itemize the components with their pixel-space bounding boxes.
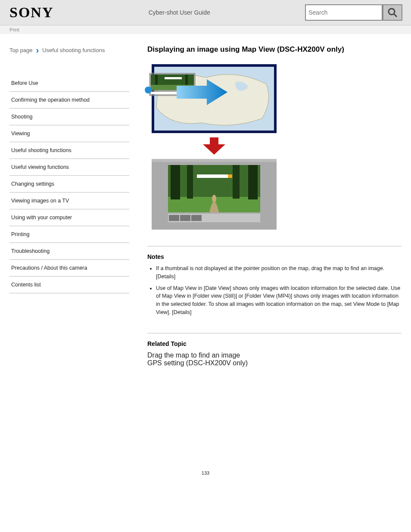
document-title: Cyber-shot User Guide bbox=[53, 9, 305, 16]
svg-rect-11 bbox=[187, 165, 193, 199]
breadcrumb-top[interactable]: Top page bbox=[9, 47, 33, 53]
sidebar-item-viewing[interactable]: Viewing bbox=[9, 125, 129, 142]
sidebar-item-changing-settings[interactable]: Changing settings bbox=[9, 176, 129, 193]
note-item: Use of Map View in [Date View] shows onl… bbox=[156, 284, 402, 317]
related-link-gps-setting[interactable]: GPS setting (DSC-HX200V only) bbox=[147, 359, 248, 367]
viewer-filmstrip bbox=[168, 214, 260, 222]
viewer-photo bbox=[168, 165, 260, 212]
pointer-dot-icon bbox=[145, 87, 152, 93]
svg-point-14 bbox=[212, 195, 216, 202]
sidebar-item-printing[interactable]: Printing bbox=[9, 226, 129, 243]
sidebar-item-computer[interactable]: Using with your computer bbox=[9, 209, 129, 226]
svg-rect-5 bbox=[155, 75, 158, 85]
breadcrumb: Top page › Useful shooting functions bbox=[9, 45, 129, 55]
related-section: Related Topic Drag the map to find an im… bbox=[147, 333, 402, 367]
illustration bbox=[152, 64, 277, 230]
chevron-right-icon: › bbox=[36, 45, 39, 55]
breadcrumb-section: Useful shooting functions bbox=[42, 47, 105, 53]
filmstrip-thumb bbox=[180, 215, 190, 221]
related-heading: Related Topic bbox=[147, 340, 402, 347]
filmstrip-thumb bbox=[191, 215, 202, 221]
sidebar-item-tv[interactable]: Viewing images on a TV bbox=[9, 193, 129, 209]
down-arrow-icon bbox=[203, 137, 225, 155]
sidebar: Top page › Useful shooting functions Bef… bbox=[9, 45, 129, 367]
svg-rect-12 bbox=[233, 165, 240, 199]
forest-image-icon bbox=[168, 165, 260, 212]
sidebar-item-contents[interactable]: Contents list bbox=[9, 277, 129, 293]
viewer-titlebar bbox=[152, 159, 277, 162]
search-button[interactable] bbox=[383, 4, 402, 21]
page-number: 133 bbox=[0, 470, 411, 486]
main-content: Displaying an image using Map View (DSC-… bbox=[147, 45, 402, 367]
svg-rect-10 bbox=[171, 165, 180, 199]
sidebar-item-operation-method[interactable]: Confirming the operation method bbox=[9, 92, 129, 109]
print-link[interactable]: Print bbox=[9, 27, 19, 32]
sidebar-item-useful-shooting[interactable]: Useful shooting functions bbox=[9, 142, 129, 159]
search-box bbox=[305, 4, 402, 21]
related-link-drag-map[interactable]: Drag the map to find an image bbox=[147, 352, 240, 359]
svg-line-1 bbox=[394, 14, 397, 17]
sidebar-item-precautions[interactable]: Precautions / About this camera bbox=[9, 260, 129, 277]
page-header: SONY Cyber-shot User Guide bbox=[0, 0, 411, 25]
svg-point-0 bbox=[389, 9, 395, 15]
sub-header: Print bbox=[0, 25, 411, 34]
sidebar-item-useful-viewing[interactable]: Useful viewing functions bbox=[9, 159, 129, 176]
viewer-search-bar bbox=[197, 174, 231, 178]
svg-rect-13 bbox=[248, 165, 258, 199]
notes-section: Notes If a thumbnail is not displayed at… bbox=[147, 246, 402, 317]
note-item: If a thumbnail is not displayed at the p… bbox=[156, 264, 402, 281]
page-title: Displaying an image using Map View (DSC-… bbox=[147, 45, 402, 54]
sidebar-item-before-use[interactable]: Before Use bbox=[9, 75, 129, 92]
search-input[interactable] bbox=[305, 4, 383, 21]
right-arrow-icon bbox=[177, 77, 228, 107]
brand-logo: SONY bbox=[9, 4, 53, 21]
filmstrip-thumb bbox=[169, 215, 179, 221]
illustration-map-screen bbox=[152, 64, 277, 133]
search-icon bbox=[387, 7, 398, 18]
sidebar-item-shooting[interactable]: Shooting bbox=[9, 109, 129, 125]
notes-heading: Notes bbox=[147, 253, 402, 260]
sidebar-item-troubleshooting[interactable]: Troubleshooting bbox=[9, 243, 129, 260]
illustration-viewer-screen bbox=[152, 159, 277, 230]
